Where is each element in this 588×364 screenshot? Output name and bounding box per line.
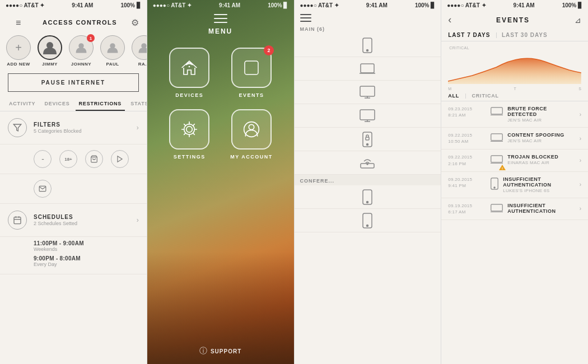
schedule-entry-2: 9:00PM - 8:00AM Every Day bbox=[34, 255, 139, 267]
menu-item-devices[interactable]: DEVICES bbox=[164, 48, 215, 98]
svg-point-27 bbox=[367, 164, 368, 165]
johnny-label: JOHNNY bbox=[71, 62, 91, 67]
ra-avatar[interactable] bbox=[132, 35, 147, 60]
svg-rect-22 bbox=[360, 110, 375, 120]
user-johnny[interactable]: 1 JOHNNY bbox=[67, 35, 95, 67]
device-phone-1[interactable] bbox=[295, 34, 441, 57]
user-ra[interactable]: RA... bbox=[130, 35, 147, 67]
filter-tab-all[interactable]: ALL bbox=[448, 93, 459, 99]
hamburger-icon[interactable]: ≡ bbox=[8, 14, 29, 31]
schedule-times: 11:00PM - 9:00AM Weekends 9:00PM - 8:00A… bbox=[0, 237, 147, 274]
paul-label: PAUL bbox=[106, 62, 119, 67]
tab-restrictions[interactable]: RESTRICTIONS bbox=[76, 97, 125, 111]
svg-marker-6 bbox=[118, 156, 122, 162]
support-footer[interactable]: ⓘ SUPPORT bbox=[147, 346, 294, 356]
user-jimmy[interactable]: JIMMY bbox=[36, 35, 64, 67]
schedule2-time: 9:00PM - 8:00AM bbox=[34, 255, 139, 262]
pause-internet-button[interactable]: PAUSE INTERNET bbox=[8, 73, 139, 92]
events-icon-wrap[interactable]: 2 bbox=[231, 48, 272, 88]
event4-info: INSUFFICIENT AUTHENTICATION LUKES'S IPHO… bbox=[503, 176, 575, 193]
event5-info: INSUFFICIENT AUTHENTICATION bbox=[507, 203, 575, 214]
jimmy-label: JIMMY bbox=[42, 62, 58, 67]
content-type-icons: ··· 18+ bbox=[0, 144, 147, 174]
time-tab-divider: | bbox=[496, 29, 502, 41]
johnny-avatar[interactable]: 1 bbox=[69, 35, 94, 60]
event-insufficient-auth-2[interactable]: 09.19.2015 6:17 AM INSUFFICIENT AUTHENTI… bbox=[441, 198, 588, 220]
content-dots-icon[interactable]: ··· bbox=[34, 150, 52, 168]
devices-icon-wrap[interactable] bbox=[169, 48, 209, 88]
time-4: 9:41 AM bbox=[514, 2, 535, 8]
x-label-t: T bbox=[514, 87, 516, 91]
filters-row[interactable]: FILTERS 5 Categories Blocked › bbox=[0, 111, 147, 144]
devices-hamburger-icon[interactable] bbox=[300, 14, 311, 22]
svg-rect-21 bbox=[360, 86, 375, 96]
device-conf-phone-1[interactable] bbox=[295, 185, 441, 209]
monitor-device-icon bbox=[360, 86, 375, 99]
account-label: MY ACCOUNT bbox=[230, 154, 273, 160]
device-laptop-1[interactable] bbox=[295, 57, 441, 81]
device-monitor-1[interactable] bbox=[295, 81, 441, 104]
schedules-text: SCHEDULES 2 Schedules Setted bbox=[34, 214, 137, 226]
tab-30-days[interactable]: LAST 30 DAYS bbox=[502, 29, 553, 41]
events-header: ‹ EVENTS ⊿ bbox=[441, 11, 588, 29]
event-content-spoofing[interactable]: 09.22.2015 10:50 AM CONTENT SPOOFING JEN… bbox=[441, 128, 588, 150]
back-icon[interactable]: ‹ bbox=[448, 14, 451, 26]
tab-devices[interactable]: DEVICES bbox=[41, 97, 73, 111]
conference-section-label: CONFERE... bbox=[295, 175, 441, 185]
svg-point-24 bbox=[367, 143, 368, 145]
time-2: 9:41 AM bbox=[219, 2, 240, 8]
event3-chevron-icon: › bbox=[580, 157, 581, 164]
menu-hamburger-icon[interactable] bbox=[214, 14, 227, 23]
events-label: EVENTS bbox=[239, 92, 264, 98]
filter-tab-critical[interactable]: CRITICAL bbox=[472, 93, 499, 99]
schedule2-day: Every Day bbox=[34, 262, 139, 267]
gear-settings-icon[interactable]: ⚙ bbox=[131, 17, 139, 28]
paul-avatar[interactable] bbox=[100, 35, 125, 60]
devices-header bbox=[295, 11, 441, 24]
menu-item-events[interactable]: 2 EVENTS bbox=[226, 48, 277, 98]
event-brute-force[interactable]: 09.23.2015 8:21 AM BRUTE FORCE DETECTED … bbox=[441, 101, 588, 128]
svg-marker-4 bbox=[13, 124, 21, 131]
event1-device-icon bbox=[491, 107, 503, 118]
schedules-row[interactable]: SCHEDULES 2 Schedules Setted › bbox=[0, 204, 147, 237]
content-18-icon[interactable]: 18+ bbox=[59, 150, 77, 168]
user-paul[interactable]: PAUL bbox=[99, 35, 127, 67]
content-shopping-icon[interactable] bbox=[85, 150, 103, 168]
content-video-icon[interactable] bbox=[111, 150, 129, 168]
house-wifi-icon bbox=[178, 57, 200, 79]
menu-item-settings[interactable]: SETTINGS bbox=[164, 109, 215, 160]
settings-label: SETTINGS bbox=[174, 154, 206, 160]
event3-device-icon: ! bbox=[491, 155, 503, 166]
device-conf-phone-2[interactable] bbox=[295, 209, 441, 232]
ra-label: RA... bbox=[138, 62, 147, 67]
tab-activity[interactable]: ACTIVITY bbox=[6, 97, 39, 111]
account-icon-wrap[interactable] bbox=[231, 109, 272, 150]
event-trojan-blocked[interactable]: 09.22.2015 2:16 PM ! TROJAN BLOCKED EINA… bbox=[441, 150, 588, 171]
access-controls-header: ≡ ACCESS CONTROLS ⚙ bbox=[0, 11, 147, 33]
device-phone-lock[interactable] bbox=[295, 128, 441, 151]
restriction-tabs: ACTIVITY DEVICES RESTRICTIONS STATS bbox=[0, 97, 147, 111]
settings-icon-wrap[interactable] bbox=[169, 109, 209, 150]
device-router[interactable] bbox=[295, 151, 441, 175]
filters-sub: 5 Categories Blocked bbox=[34, 128, 137, 134]
schedules-chevron-icon: › bbox=[137, 216, 139, 224]
email-icon[interactable] bbox=[34, 180, 52, 198]
conf-phone-icon-2 bbox=[362, 213, 372, 228]
events-chart-svg bbox=[448, 50, 581, 84]
add-user-avatar[interactable]: + bbox=[6, 35, 31, 60]
event4-chevron-icon: › bbox=[580, 181, 581, 188]
menu-item-account[interactable]: MY ACCOUNT bbox=[226, 109, 277, 160]
user-add-new[interactable]: + ADD NEW bbox=[4, 35, 32, 67]
svg-rect-20 bbox=[361, 64, 374, 73]
battery-3: 100% ▊ bbox=[415, 2, 435, 8]
tab-7-days[interactable]: LAST 7 DAYS bbox=[448, 29, 496, 41]
signal-4: ●●●●○ AT&T ✦ bbox=[447, 2, 486, 8]
filter-funnel-icon[interactable]: ⊿ bbox=[575, 16, 581, 25]
battery-1: 100% ▊ bbox=[120, 2, 141, 8]
tab-stats[interactable]: STATS bbox=[127, 97, 147, 111]
johnny-badge: 1 bbox=[87, 34, 95, 42]
jimmy-avatar[interactable] bbox=[38, 35, 62, 60]
event-insufficient-auth[interactable]: 09.20.2015 9:41 PM INSUFFICIENT AUTHENTI… bbox=[441, 172, 588, 198]
device-monitor-2[interactable] bbox=[295, 104, 441, 128]
svg-point-12 bbox=[189, 66, 190, 68]
